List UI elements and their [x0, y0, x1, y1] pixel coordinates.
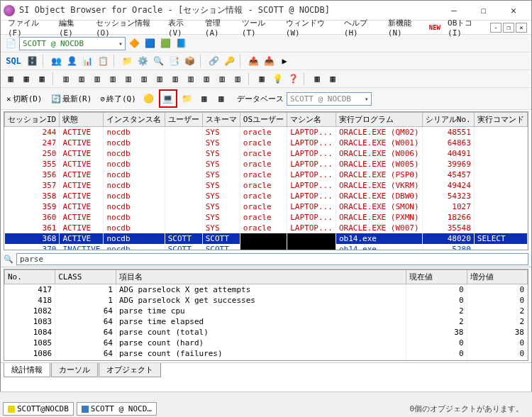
session-row[interactable]: 361ACTIVEnocdbSYSoracleLAPTOP...ORACLE.E…	[5, 223, 528, 233]
menu-admin[interactable]: 管理(A)	[202, 16, 235, 39]
session-row[interactable]: 359ACTIVEnocdbSYSoracleLAPTOP...ORACLE.E…	[5, 201, 528, 212]
grid-icon-8[interactable]: ▥	[121, 72, 135, 86]
grid-icon-16[interactable]: ▦	[255, 72, 269, 86]
stats-row[interactable]: 108564parse count (hard)00	[5, 338, 528, 348]
tab-cursor[interactable]: カーソル	[51, 363, 98, 377]
session-col-header[interactable]: セッションID	[5, 113, 60, 127]
stats-row[interactable]: 108364parse time elapsed22	[5, 316, 528, 327]
grid-icon-17[interactable]: ▦	[310, 72, 324, 86]
session-row[interactable]: 355ACTIVEnocdbSYSoracleLAPTOP...ORACLE.E…	[5, 159, 528, 169]
grid-icon-3[interactable]: ▦	[35, 72, 49, 86]
session-col-header[interactable]: ユーザー	[165, 113, 202, 127]
tab-object[interactable]: オブジェクト	[99, 363, 161, 377]
session-col-header[interactable]: インスタンス名	[104, 113, 165, 127]
export-icon[interactable]: 📤	[246, 54, 260, 68]
connection-combo[interactable]: SCOTT @ NOCDB	[19, 37, 126, 50]
help-icon[interactable]: ❓	[286, 72, 300, 86]
session-row[interactable]: 247ACTIVEnocdbSYSoracleLAPTOP...ORACLE.E…	[5, 138, 528, 148]
mdi-minimize[interactable]: -	[490, 23, 501, 33]
filter-icon[interactable]: 🔍	[4, 255, 13, 264]
stats-row[interactable]: 108764parse count (describe)00	[5, 359, 528, 361]
session-icon-5[interactable]: ▦	[214, 91, 228, 106]
session-row[interactable]: 357ACTIVEnocdbSYSoracleLAPTOP...ORACLE.E…	[5, 180, 528, 191]
session-icon-4[interactable]: ▦	[197, 91, 211, 106]
grid-icon-15[interactable]: ▥	[231, 72, 245, 86]
menu-tool[interactable]: ツール(T)	[239, 16, 279, 39]
session-col-header[interactable]: OSユーザー	[240, 113, 287, 127]
tool-icon-3[interactable]: 🟩	[158, 36, 172, 50]
session-row[interactable]: 368ACTIVEnocdbSCOTTSCOTTob14.exe48020SEL…	[5, 233, 528, 244]
stats-row[interactable]: 108464parse count (total)3838	[5, 327, 528, 338]
users-icon[interactable]: 👥	[49, 54, 63, 68]
refresh-button[interactable]: 🔄 最新(R)	[48, 93, 95, 105]
grid-icon-4[interactable]: ▥	[59, 72, 73, 86]
menu-session[interactable]: セッション情報(O)	[93, 16, 161, 39]
session-row[interactable]: 250ACTIVEnocdbSYSoracleLAPTOP...ORACLE.E…	[5, 148, 528, 159]
conn-tab-1[interactable]: SCOTT@NOCDB	[3, 402, 74, 416]
session-row[interactable]: 244ACTIVEnocdbSYSoracleLAPTOP...ORACLE.E…	[5, 127, 528, 138]
import-icon[interactable]: 📥	[262, 54, 276, 68]
grid-icon-10[interactable]: ▥	[153, 72, 167, 86]
end-button[interactable]: ⊘ 終了(Q)	[97, 93, 139, 105]
session-icon-1[interactable]: 🟡	[142, 91, 156, 106]
cut-button[interactable]: ✕ 切断(D)	[4, 93, 45, 105]
box-icon[interactable]: 📦	[182, 54, 196, 68]
grid-icon-11[interactable]: ▥	[168, 72, 182, 86]
key-icon[interactable]: 🔑	[222, 54, 236, 68]
session-icon-3[interactable]: 📁	[180, 91, 194, 106]
session-grid[interactable]: セッションID状態インスタンス名ユーザースキーマOSユーザーマシン名実行プログラ…	[4, 111, 528, 250]
session-col-header[interactable]: 実行コマンド	[474, 113, 527, 127]
lightbulb-icon[interactable]: 💡	[270, 72, 284, 86]
tool-icon-1[interactable]: 🔶	[127, 36, 141, 50]
db-icon[interactable]: 🗄️	[25, 54, 39, 68]
filter-input[interactable]	[16, 253, 528, 265]
search-icon[interactable]: 🔍	[151, 54, 165, 68]
session-col-header[interactable]: 実行プログラム	[336, 113, 422, 127]
stats-row[interactable]: 4181ADG parselock X get successes00	[5, 295, 528, 306]
folder-icon[interactable]: 📁	[120, 54, 134, 68]
grid-icon-1[interactable]: ▦	[4, 72, 18, 86]
user-icon[interactable]: 👤	[65, 54, 79, 68]
stats-col-header[interactable]: 現在値	[406, 270, 467, 284]
play-icon[interactable]: ▶	[277, 54, 292, 68]
grid-icon-18[interactable]: ▦	[326, 72, 340, 86]
menu-window[interactable]: ウィンドウ(W)	[283, 16, 337, 39]
session-col-header[interactable]: スキーマ	[202, 113, 240, 127]
gear-icon[interactable]: ⚙️	[135, 54, 150, 68]
session-col-header[interactable]: マシン名	[287, 113, 336, 127]
grid-icon-13[interactable]: ▥	[199, 72, 214, 86]
session-col-header[interactable]: 状態	[60, 113, 104, 127]
stats-row[interactable]: 108264parse time cpu22	[5, 306, 528, 316]
tool-icon-4[interactable]: 📘	[174, 36, 188, 50]
menu-file[interactable]: ファイル(F)	[5, 16, 52, 39]
close-button[interactable]: ✕	[499, 1, 528, 20]
stats-row[interactable]: 4171ADG parselock X get attempts00	[5, 284, 528, 296]
grid-icon-6[interactable]: ▥	[90, 72, 104, 86]
list-icon[interactable]: 📋	[96, 54, 110, 68]
menu-help[interactable]: ヘルプ(H)	[341, 16, 381, 39]
conn-tab-2[interactable]: SCOTT @ NOCD…	[77, 402, 157, 416]
menu-obtoko[interactable]: OBトコ(I)	[445, 16, 486, 39]
link-icon[interactable]: 🔗	[206, 54, 221, 68]
session-col-header[interactable]: シリアルNo.	[422, 113, 474, 127]
mdi-restore[interactable]: ❐	[503, 23, 514, 33]
tool-icon-2[interactable]: 🟦	[143, 36, 157, 50]
stats-row[interactable]: 108664parse count (failures)00	[5, 348, 528, 359]
table-icon[interactable]: 📑	[167, 54, 181, 68]
grid-icon-7[interactable]: ▥	[106, 72, 120, 86]
stats-col-header[interactable]: No.	[5, 270, 55, 284]
tab-stats[interactable]: 統計情報	[4, 363, 50, 377]
stats-col-header[interactable]: 項目名	[116, 270, 406, 284]
session-row[interactable]: 360ACTIVEnocdbSYSoracleLAPTOP...ORACLE.E…	[5, 212, 528, 223]
grid-icon-9[interactable]: ▥	[137, 72, 151, 86]
grid-icon-12[interactable]: ▥	[184, 72, 198, 86]
session-row[interactable]: 370INACTIVEnocdbSCOTTSCOTTob14.exe5280	[5, 244, 528, 250]
stats-grid[interactable]: No.CLASS項目名現在値増分値 4171ADG parselock X ge…	[4, 269, 528, 361]
chart-icon[interactable]: 📊	[80, 54, 94, 68]
session-stats-button[interactable]: 💻	[161, 91, 175, 106]
database-combo[interactable]: SCOTT @ NOCDB	[287, 92, 372, 106]
session-row[interactable]: 356ACTIVEnocdbSYSoracleLAPTOP...ORACLE.E…	[5, 169, 528, 180]
grid-icon-5[interactable]: ▥	[74, 72, 89, 86]
menu-view[interactable]: 表示(V)	[165, 16, 198, 39]
new-conn-icon[interactable]: 📄	[4, 36, 18, 50]
